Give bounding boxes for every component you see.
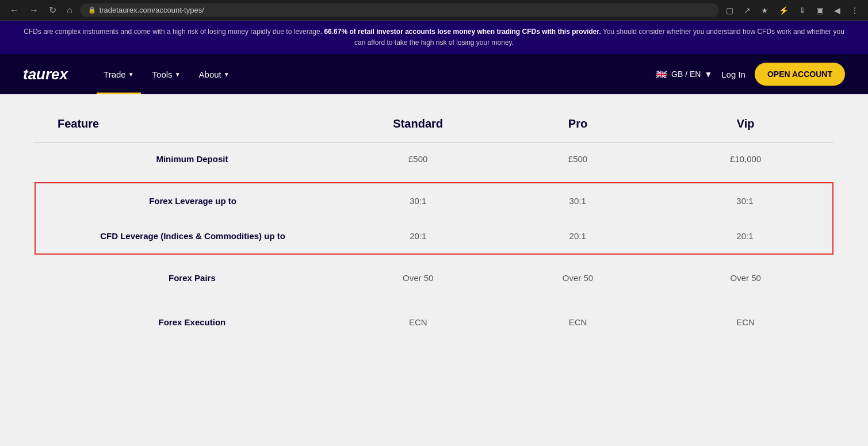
row-cfd-leverage: CFD Leverage (Indices & Commodities) up … xyxy=(35,218,833,254)
highlighted-table: Forex Leverage up to 30:1 30:1 30:1 CFD … xyxy=(35,182,833,255)
pro-forex-execution: ECN xyxy=(498,306,658,339)
trade-chevron-icon: ▼ xyxy=(128,71,134,78)
spacer-mid xyxy=(35,294,833,306)
row-minimum-deposit: Minimum Deposit £500 £500 £10,000 xyxy=(35,143,833,175)
share-icon[interactable]: ↗ xyxy=(741,5,753,16)
header-feature: Feature xyxy=(35,111,338,143)
nav-item-trade[interactable]: Trade ▼ xyxy=(97,65,141,84)
lock-icon: 🔒 xyxy=(88,6,96,14)
vip-forex-execution: ECN xyxy=(657,306,833,339)
pro-forex-pairs: Over 50 xyxy=(498,262,658,294)
flag-icon: 🇬🇧 xyxy=(655,70,668,79)
main-content: Feature Standard Pro Vip Minimum Deposit… xyxy=(0,94,868,356)
nav-item-tools[interactable]: Tools ▼ xyxy=(146,65,188,84)
warning-text-bold: 66.67% of retail investor accounts lose … xyxy=(324,28,601,36)
warning-banner: CFDs are complex instruments and come wi… xyxy=(0,21,868,54)
nav-right: 🇬🇧 GB / EN ▼ Log In OPEN ACCOUNT xyxy=(655,63,845,86)
pro-cfd-leverage: 20:1 xyxy=(498,218,657,254)
table-header-row: Feature Standard Pro Vip xyxy=(35,111,833,143)
login-button[interactable]: Log In xyxy=(721,70,745,79)
download-icon[interactable]: ⇓ xyxy=(797,5,808,16)
logo[interactable]: taurex xyxy=(23,66,68,83)
standard-minimum-deposit: £500 xyxy=(338,143,498,175)
browser-chrome: ← → ↻ ⌂ 🔒 tradetaurex.com/account-types/… xyxy=(0,0,868,21)
open-account-button[interactable]: OPEN ACCOUNT xyxy=(755,63,845,86)
forward-button[interactable]: → xyxy=(26,4,41,17)
screen-capture-icon[interactable]: ▢ xyxy=(724,5,736,16)
warning-text-normal: CFDs are complex instruments and come wi… xyxy=(24,28,322,36)
tools-chevron-icon: ▼ xyxy=(175,71,181,78)
nav-item-about[interactable]: About ▼ xyxy=(192,65,236,84)
highlighted-section-row: Forex Leverage up to 30:1 30:1 30:1 CFD … xyxy=(35,182,833,255)
spacer-after-highlight xyxy=(35,255,833,262)
lang-chevron-icon: ▼ xyxy=(704,70,712,79)
address-bar[interactable]: 🔒 tradetaurex.com/account-types/ xyxy=(80,3,719,17)
vip-forex-pairs: Over 50 xyxy=(657,262,833,294)
language-selector[interactable]: 🇬🇧 GB / EN ▼ xyxy=(655,70,712,79)
row-forex-execution: Forex Execution ECN ECN ECN xyxy=(35,306,833,339)
pro-minimum-deposit: £500 xyxy=(498,143,658,175)
bookmark-icon[interactable]: ★ xyxy=(759,5,771,16)
comparison-table: Feature Standard Pro Vip Minimum Deposit… xyxy=(35,111,833,339)
feature-cfd-leverage: CFD Leverage (Indices & Commodities) up … xyxy=(35,218,338,254)
nav-trade-label: Trade xyxy=(104,70,126,79)
row-forex-pairs: Forex Pairs Over 50 Over 50 Over 50 xyxy=(35,262,833,294)
feature-forex-execution: Forex Execution xyxy=(35,306,338,339)
standard-forex-pairs: Over 50 xyxy=(338,262,498,294)
about-chevron-icon: ▼ xyxy=(224,71,230,78)
vip-cfd-leverage: 20:1 xyxy=(657,218,833,254)
nav-tools-label: Tools xyxy=(152,70,173,79)
fullscreen-icon[interactable]: ▣ xyxy=(814,5,826,16)
back-button[interactable]: ← xyxy=(7,4,22,17)
home-button[interactable]: ⌂ xyxy=(64,4,75,17)
header-standard: Standard xyxy=(338,111,498,143)
lang-text: GB / EN xyxy=(671,70,701,79)
profile-icon[interactable]: ◀ xyxy=(832,5,843,16)
header-pro: Pro xyxy=(498,111,658,143)
nav-about-label: About xyxy=(199,70,221,79)
vip-minimum-deposit: £10,000 xyxy=(657,143,833,175)
nav-items: Trade ▼ Tools ▼ About ▼ xyxy=(97,65,638,84)
menu-icon[interactable]: ⋮ xyxy=(848,5,861,16)
pro-forex-leverage: 30:1 xyxy=(498,183,657,218)
feature-forex-pairs: Forex Pairs xyxy=(35,262,338,294)
feature-forex-leverage: Forex Leverage up to xyxy=(35,183,338,218)
row-forex-leverage: Forex Leverage up to 30:1 30:1 30:1 xyxy=(35,183,833,218)
header-vip: Vip xyxy=(657,111,833,143)
extensions-icon[interactable]: ⚡ xyxy=(777,5,791,16)
browser-actions: ▢ ↗ ★ ⚡ ⇓ ▣ ◀ ⋮ xyxy=(724,5,861,16)
feature-minimum-deposit: Minimum Deposit xyxy=(35,143,338,175)
standard-forex-leverage: 30:1 xyxy=(338,183,498,218)
url-text: tradetaurex.com/account-types/ xyxy=(100,6,204,14)
refresh-button[interactable]: ↻ xyxy=(46,3,59,17)
spacer-before-highlight xyxy=(35,175,833,182)
standard-cfd-leverage: 20:1 xyxy=(338,218,498,254)
vip-forex-leverage: 30:1 xyxy=(657,183,833,218)
navbar: taurex Trade ▼ Tools ▼ About ▼ 🇬🇧 GB / E… xyxy=(0,54,868,94)
standard-forex-execution: ECN xyxy=(338,306,498,339)
